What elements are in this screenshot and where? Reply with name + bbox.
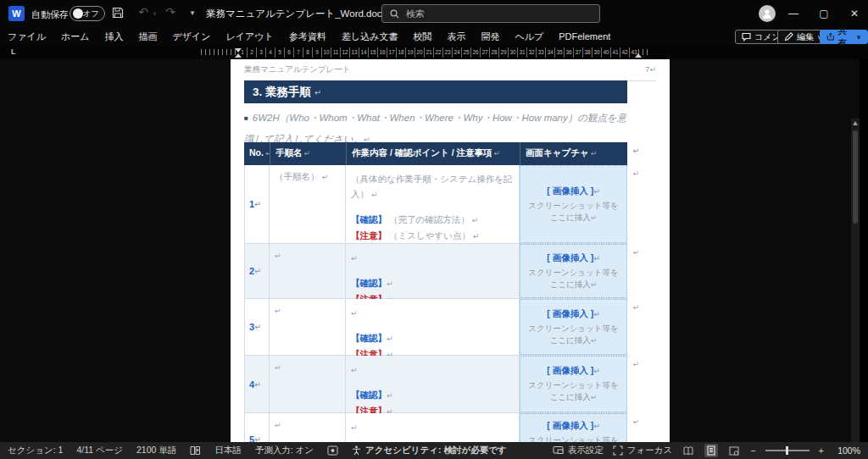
share-icon	[826, 32, 835, 41]
image-insert-placeholder[interactable]: [ 画像挿入 ]↵	[547, 420, 599, 432]
cell-work-detail[interactable]: ↵【確認】↵【注意】↵	[346, 299, 520, 355]
status-section[interactable]: セクション: 1	[8, 445, 63, 456]
confirm-label: 【確認】	[351, 333, 387, 343]
image-insert-placeholder[interactable]: [ 画像挿入 ]↵	[547, 308, 599, 320]
cell-work-detail[interactable]: ↵【確認】↵【注意】↵	[346, 356, 520, 412]
minimize-button[interactable]: —	[780, 0, 807, 27]
pencil-icon	[784, 32, 793, 41]
menu-tab-デザイン[interactable]: デザイン	[165, 27, 219, 46]
row-end-mark: ↵	[632, 303, 639, 312]
zoom-slider-thumb[interactable]	[786, 446, 788, 455]
capture-hint-text: スクリーンショット等をここに挿入↵	[526, 200, 622, 224]
cell-screen-capture[interactable]: [ 画像挿入 ]↵スクリーンショット等をここに挿入↵	[520, 356, 627, 412]
menu-tab-PDFelement[interactable]: PDFelement	[551, 27, 618, 46]
menu-tab-校閲[interactable]: 校閲	[405, 27, 439, 46]
cell-step-number[interactable]: 1↵	[244, 165, 270, 243]
cell-work-detail[interactable]: ↵【確認】↵【注意】↵	[346, 413, 520, 442]
redo-icon[interactable]: ↷	[161, 5, 180, 19]
hanging-indent-marker[interactable]	[235, 53, 242, 58]
share-button[interactable]: 共有 ∨	[820, 30, 868, 44]
menu-tab-ファイル[interactable]: ファイル	[0, 27, 53, 46]
table-row[interactable]: 3↵↵↵【確認】↵【注意】↵[ 画像挿入 ]↵スクリーンショット等をここに挿入↵…	[244, 299, 627, 356]
cell-step-name[interactable]: ↵	[270, 413, 346, 442]
cell-step-number[interactable]: 4↵	[244, 356, 270, 412]
view-settings-button[interactable]: 表示設定	[553, 445, 604, 456]
menu-tab-開発[interactable]: 開発	[473, 27, 507, 46]
table-header-cell: 画面キャプチャ↵	[520, 142, 627, 165]
row-end-mark: ↵	[632, 169, 639, 178]
cell-step-name[interactable]: ↵	[270, 356, 346, 412]
undo-icon[interactable]: ↶	[134, 5, 153, 19]
menu-tab-挿入[interactable]: 挿入	[97, 27, 131, 46]
web-layout-button[interactable]	[727, 444, 741, 457]
ruler-number: 34	[546, 47, 555, 58]
procedure-table[interactable]: No.↵手順名↵作業内容 / 確認ポイント / 注意事項↵画面キャプチャ↵↵1↵…	[244, 142, 627, 442]
cell-work-detail[interactable]: （具体的な作業手順・システム操作を記入） ↵【確認】 （完了の確認方法） ↵【注…	[346, 165, 520, 243]
status-word-count[interactable]: 2100 単語	[136, 445, 176, 456]
menu-tab-レイアウト[interactable]: レイアウト	[219, 27, 281, 46]
scroll-up-icon[interactable]	[853, 121, 858, 125]
display-settings-icon	[553, 445, 564, 456]
menu-tab-表示[interactable]: 表示	[439, 27, 473, 46]
menu-tab-差し込み文書[interactable]: 差し込み文書	[334, 27, 406, 46]
zoom-slider[interactable]	[765, 450, 810, 451]
undo-dropdown-icon[interactable]: ∨	[153, 10, 157, 17]
table-row[interactable]: 2↵↵↵【確認】↵【注意】↵[ 画像挿入 ]↵スクリーンショット等をここに挿入↵…	[244, 244, 627, 299]
focus-button[interactable]: フォーカス	[613, 445, 672, 456]
search-input[interactable]: 検索	[381, 4, 600, 23]
status-bar-right: 表示設定 フォーカス − + 100%	[553, 444, 860, 457]
menu-tab-描画[interactable]: 描画	[131, 27, 165, 46]
autosave-toggle[interactable]: オフ	[70, 6, 105, 21]
section-heading[interactable]: 3. 業務手順 ↵	[244, 80, 627, 103]
ruler-number: 10	[322, 47, 331, 58]
zoom-in-button[interactable]: +	[819, 445, 824, 456]
cell-work-detail[interactable]: ↵【確認】↵【注意】↵	[346, 244, 520, 298]
cell-step-number[interactable]: 2↵	[244, 244, 270, 298]
cell-step-number[interactable]: 3↵	[244, 299, 270, 355]
image-insert-placeholder[interactable]: [ 画像挿入 ]↵	[547, 185, 599, 197]
status-language[interactable]: 日本語	[214, 445, 242, 456]
pilcrow-mark: ↵	[254, 323, 261, 331]
cell-screen-capture[interactable]: [ 画像挿入 ]↵スクリーンショット等をここに挿入↵	[520, 413, 627, 442]
macro-record-icon[interactable]	[327, 445, 338, 456]
image-insert-placeholder[interactable]: [ 画像挿入 ]↵	[547, 365, 599, 377]
close-button[interactable]: ✕	[841, 0, 868, 27]
scrollbar-thumb[interactable]	[853, 130, 858, 224]
caution-label: 【注意】	[351, 230, 387, 241]
quick-access-more-icon[interactable]: ▾	[183, 8, 202, 17]
maximize-button[interactable]: ▢	[810, 0, 837, 27]
word-app-icon[interactable]: W	[8, 6, 25, 21]
menu-tab-参考資料[interactable]: 参考資料	[281, 27, 334, 46]
zoom-level[interactable]: 100%	[833, 445, 860, 456]
vertical-scrollbar[interactable]	[851, 119, 860, 442]
table-row[interactable]: 1↵（手順名） ↵（具体的な作業手順・システム操作を記入） ↵【確認】 （完了の…	[244, 165, 627, 244]
read-mode-button[interactable]	[682, 444, 695, 457]
cell-screen-capture[interactable]: [ 画像挿入 ]↵スクリーンショット等をここに挿入↵	[520, 165, 627, 243]
tab-stop-selector[interactable]: L	[11, 47, 16, 56]
proofing-icon[interactable]	[190, 445, 201, 456]
first-line-indent-marker[interactable]	[235, 48, 242, 53]
cell-screen-capture[interactable]: [ 画像挿入 ]↵スクリーンショット等をここに挿入↵	[520, 244, 627, 298]
horizontal-ruler[interactable]: L 12345678910111213141516171819202122232…	[0, 46, 868, 59]
zoom-out-button[interactable]: −	[750, 445, 755, 456]
right-indent-marker[interactable]	[635, 53, 642, 58]
ruler-number: 2	[248, 47, 257, 58]
cell-step-name[interactable]: ↵	[270, 244, 346, 298]
cell-step-name[interactable]: （手順名） ↵	[270, 165, 346, 243]
document-page[interactable]: 業務マニュアルテンプレート 7↵ 3. 業務手順 ↵ ■6W2H（Who・Who…	[231, 59, 670, 442]
account-avatar[interactable]	[759, 5, 776, 22]
save-icon[interactable]	[112, 7, 131, 19]
status-accessibility[interactable]: アクセシビリティ: 検討が必要です	[352, 445, 507, 456]
table-row[interactable]: 5↵↵↵【確認】↵【注意】↵[ 画像挿入 ]↵スクリーンショット等をここに挿入↵…	[244, 413, 627, 442]
status-page-count[interactable]: 4/11 ページ	[76, 445, 123, 456]
menu-tab-ホーム[interactable]: ホーム	[53, 27, 97, 46]
status-prediction[interactable]: 予測入力: オン	[255, 445, 314, 456]
image-insert-placeholder[interactable]: [ 画像挿入 ]↵	[547, 252, 599, 264]
table-row[interactable]: 4↵↵↵【確認】↵【注意】↵[ 画像挿入 ]↵スクリーンショット等をここに挿入↵…	[244, 356, 627, 413]
print-layout-button[interactable]	[704, 444, 718, 457]
menu-tab-ヘルプ[interactable]: ヘルプ	[507, 27, 551, 46]
cell-screen-capture[interactable]: [ 画像挿入 ]↵スクリーンショット等をここに挿入↵	[520, 299, 627, 355]
pilcrow-mark: ↵	[254, 435, 261, 443]
cell-step-number[interactable]: 5↵	[244, 413, 270, 442]
cell-step-name[interactable]: ↵	[270, 299, 346, 355]
